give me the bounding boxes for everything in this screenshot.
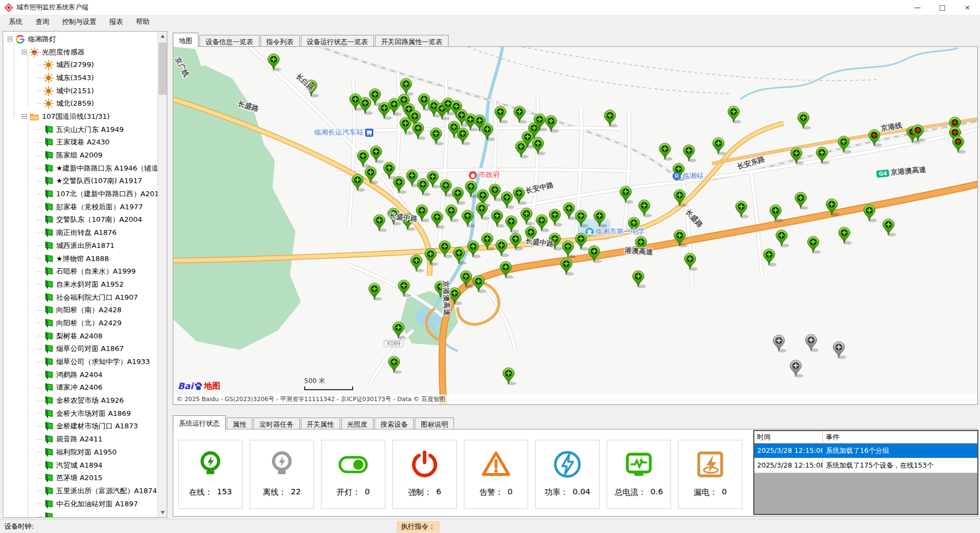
tree-root-node[interactable]: 临湘路灯: [3, 33, 158, 46]
menu-item-4[interactable]: 帮助: [130, 15, 156, 29]
device-icon: [44, 176, 53, 186]
event-log-row-0[interactable]: 2025/3/28 12:15:08系统加载了16个分组: [754, 444, 977, 458]
tree-device-node[interactable]: 城西派出所A1871: [3, 239, 158, 252]
tree-collapse-toggle[interactable]: [22, 114, 27, 119]
event-log-header: 时间 事件: [754, 431, 977, 444]
device-icon: [44, 254, 53, 264]
status-card-label: 离线：: [263, 487, 287, 498]
map-tab-0[interactable]: 地图: [173, 33, 198, 47]
tree-device-node[interactable]: 南正街转盘 A1876: [3, 226, 158, 239]
tree-group-node[interactable]: 光照度传感器: [3, 46, 158, 59]
tree-device-node[interactable]: 社会福利院大门口 A1907: [3, 291, 158, 304]
bottom-tab-2[interactable]: 定时器任务: [253, 417, 300, 429]
tree-device-node[interactable]: 向阳桥（北）A2429: [3, 317, 158, 330]
tree-device-node[interactable]: 王家珑巷 A2430: [3, 136, 158, 149]
tree-device-node[interactable]: 金桥建材市场门口 A1873: [3, 420, 158, 433]
tree-node-label: 城西派出所A1871: [56, 241, 114, 251]
tree-device-node[interactable]: 汽贸城 A1894: [3, 459, 158, 472]
tree-device-node[interactable]: 烟草公司对面 A1867: [3, 343, 158, 356]
bottom-tab-1[interactable]: 属性: [227, 417, 252, 429]
tree-device-node[interactable]: 陈家组 A2009: [3, 149, 158, 162]
map-canvas[interactable]: [173, 47, 978, 405]
root-icon: [15, 34, 25, 44]
baidu-logo: Bai 地图: [178, 381, 220, 391]
minimize-button[interactable]: —: [905, 0, 930, 15]
event-log-row-1[interactable]: 2025/3/28 12:15:08系统加载了175个设备，在线153个: [754, 458, 977, 473]
tree-device-node[interactable]: [3, 510, 158, 517]
tree-device-node[interactable]: 福利院对面 A1950: [3, 446, 158, 459]
tree-device-node[interactable]: 烟草公司（求知中学）A1933: [3, 355, 158, 368]
tree-device-node[interactable]: 金桥大市场对面 A1869: [3, 407, 158, 420]
tree-device-node[interactable]: 芭茅塘 A2015: [3, 471, 158, 484]
tree-device-node[interactable]: 彭家巷（党校后面）A1977: [3, 201, 158, 214]
tree-device-node[interactable]: 中石化加油站对面 A1897: [3, 498, 158, 511]
scroll-down-button[interactable]: [158, 508, 167, 517]
bottom-tab-3[interactable]: 开关属性: [301, 417, 340, 429]
map-tab-bar: 地图设备信息一览表指令列表设备运行状态一览表开关回路属性一览表: [173, 33, 450, 47]
tree-collapse-toggle[interactable]: [8, 37, 13, 41]
device-clock-label: 设备时钟:: [4, 522, 34, 531]
tree-device-node[interactable]: 城西(2799): [3, 58, 158, 71]
menu-item-1[interactable]: 查询: [29, 15, 56, 29]
device-tree: 临湘路灯光照度传感器城西(2799)城东(3543)城中(2151)城北(285…: [3, 33, 158, 517]
tree-device-node[interactable]: 鸿鹤路 A2404: [3, 368, 158, 381]
map-tab-4[interactable]: 开关回路属性一览表: [375, 35, 449, 47]
map-tab-3[interactable]: 设备运行状态一览表: [301, 35, 374, 47]
title-bar: 城市照明监控系统客户端 — □ ×: [0, 0, 980, 15]
close-button[interactable]: ×: [955, 0, 980, 15]
tree-device-node[interactable]: ★交警队西(107南) A1917: [3, 175, 158, 188]
menu-item-2[interactable]: 控制与设置: [56, 15, 103, 29]
device-icon: [44, 512, 53, 517]
device-icon: [44, 215, 53, 225]
tree-device-node[interactable]: ★建新中路路口东 A1946（辅道灯）: [3, 162, 158, 175]
tree-connector: [37, 271, 43, 272]
tree-device-node[interactable]: 五尖山大门东 A1949: [3, 123, 158, 136]
tree-group-node[interactable]: 107国道沿线(31/31): [3, 110, 158, 123]
scrollbar-thumb[interactable]: [159, 43, 167, 95]
map-tab-2[interactable]: 指令列表: [261, 35, 300, 47]
tree-device-node[interactable]: 城东(3543): [3, 71, 158, 84]
menu-item-0[interactable]: 系统: [2, 15, 29, 29]
map-view[interactable]: 长盛路长白路京广线临湘长运汽车站★市政府临湘站长安中路长安东路京港线G4京港澳高…: [173, 46, 978, 405]
tree-node-label: 中石化加油站对面 A1897: [56, 499, 138, 509]
tree-device-node[interactable]: 观音路 A2411: [3, 433, 158, 446]
bottom-tab-6[interactable]: 图标说明: [415, 417, 454, 429]
tree-device-node[interactable]: 金桥农贸市场 A1926: [3, 394, 158, 407]
tree-device-node[interactable]: 五里派出所（富源汽配）A1874: [3, 484, 158, 498]
tree-device-node[interactable]: 梨树巷 A2408: [3, 330, 158, 343]
bottom-tab-0[interactable]: 系统运行状态: [173, 415, 226, 429]
status-card-label: 总电流：: [614, 487, 646, 498]
tree-device-node[interactable]: 交警队东（107南）A2004: [3, 214, 158, 227]
tree-device-node[interactable]: ★博物馆 A1888: [3, 252, 158, 265]
tree-device-node[interactable]: 谭家冲 A2406: [3, 381, 158, 395]
device-icon: [44, 447, 53, 457]
status-card-7: 漏电：0: [678, 440, 742, 509]
bottom-tab-5[interactable]: 搜索设备: [374, 417, 414, 429]
tree-device-node[interactable]: 石咀桥（自来水）A1999: [3, 265, 158, 278]
tree-connector: [37, 129, 43, 130]
map-tab-1[interactable]: 设备信息一览表: [199, 35, 259, 47]
tree-connector: [37, 168, 43, 168]
menu-bar: 系统查询控制与设置报表帮助: [0, 15, 980, 29]
tree-device-node[interactable]: 自来水斜对面 A1952: [3, 278, 158, 291]
tree-connector: [37, 220, 43, 220]
scroll-up-button[interactable]: [158, 32, 167, 41]
tree-device-node[interactable]: 107北（建新中路路口西）A2014: [3, 187, 158, 201]
tree-connector: [37, 155, 43, 156]
tree-connector: [37, 374, 43, 375]
tree-collapse-toggle[interactable]: [22, 50, 27, 54]
tree-node-label: 观音路 A2411: [56, 434, 102, 444]
tree-guide-line: [28, 119, 28, 517]
device-icon: [44, 473, 53, 483]
maximize-button[interactable]: □: [930, 0, 955, 15]
tree-device-node[interactable]: 城北(2859): [3, 97, 158, 110]
tree-scrollbar[interactable]: [158, 32, 167, 517]
status-cards: 在线：153离线：22开灯：0强制：6告警：0功率：0.04总电流：0.6漏电：…: [178, 440, 742, 509]
tree-device-node[interactable]: 向阳桥（南）A2428: [3, 304, 158, 317]
tree-device-node[interactable]: 城中(2151): [3, 84, 158, 98]
tree-connector: [37, 245, 43, 246]
bottom-tab-4[interactable]: 光照度: [341, 417, 374, 429]
leak-icon: [695, 449, 725, 480]
tree-node-label: 金桥农贸市场 A1926: [56, 396, 124, 405]
menu-item-3[interactable]: 报表: [103, 15, 130, 29]
